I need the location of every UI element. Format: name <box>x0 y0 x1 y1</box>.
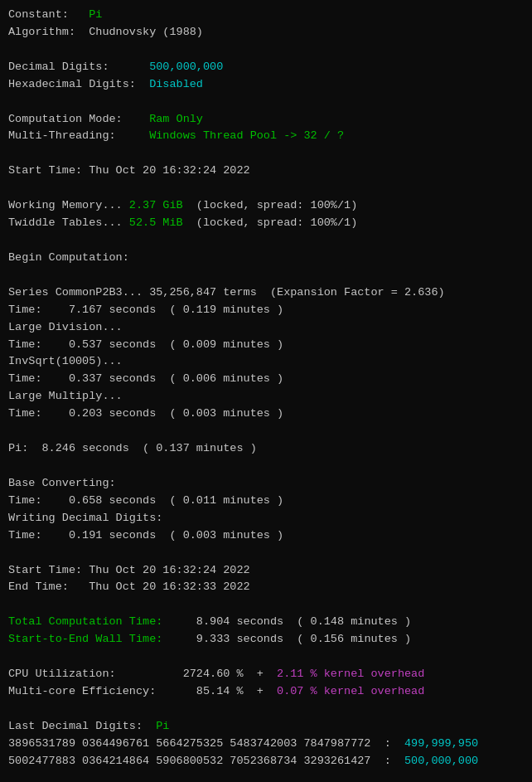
terminal-line: Computation Mode: Ram Only <box>8 111 524 129</box>
terminal-line <box>8 648 524 666</box>
terminal-text: Algorithm: Chudnovsky (1988) <box>8 26 203 38</box>
terminal-text: Large Multiply... <box>8 390 123 402</box>
terminal-line: 5002477883 0364214864 5906800532 7052368… <box>8 753 524 770</box>
terminal-line: Large Division... <box>8 319 524 337</box>
terminal-line <box>8 145 524 163</box>
terminal-text: 500,000,000 <box>404 755 478 767</box>
terminal-text: Base Converting: <box>8 477 116 489</box>
terminal-text: 2.37 GiB <box>129 199 183 211</box>
terminal-line <box>8 41 524 59</box>
terminal-text: 9.333 seconds ( 0.156 minutes ) <box>196 633 411 645</box>
terminal-line <box>8 545 524 562</box>
terminal-line: Decimal Digits: 500,000,000 <box>8 59 524 76</box>
terminal-line: InvSqrt(10005)... <box>8 353 524 371</box>
terminal-text: 3896531789 0364496761 5664275325 5483742… <box>8 737 404 750</box>
terminal-line <box>8 701 524 718</box>
terminal-line: Start-to-End Wall Time: 9.333 seconds ( … <box>8 631 524 648</box>
terminal-text: Start Time: Thu Oct 20 16:32:24 2022 <box>8 564 250 576</box>
terminal-text: CPU Utilization: 2724.60 % + <box>8 668 277 680</box>
terminal-text: Large Division... <box>8 321 123 333</box>
terminal-line: Time: 0.537 seconds ( 0.009 minutes ) <box>8 337 524 354</box>
terminal-text: (locked, spread: 100%/1) <box>183 199 358 211</box>
terminal-text: Decimal Digits: <box>8 61 149 73</box>
terminal-line: Multi-core Efficiency: 85.14 % + 0.07 % … <box>8 683 524 701</box>
terminal-text: 500,000,000 <box>149 61 223 73</box>
terminal-line: Start Time: Thu Oct 20 16:32:24 2022 <box>8 163 524 180</box>
terminal-line: Start Time: Thu Oct 20 16:32:24 2022 <box>8 562 524 580</box>
terminal-line: Constant: Pi <box>8 7 524 24</box>
terminal-text: Multi-core Efficiency: 85.14 % + <box>8 685 277 697</box>
terminal-line: CPU Utilization: 2724.60 % + 2.11 % kern… <box>8 666 524 683</box>
terminal-text: Twiddle Tables... <box>8 216 129 229</box>
terminal-line: Time: 0.337 seconds ( 0.006 minutes ) <box>8 371 524 388</box>
terminal-text: Writing Decimal Digits: <box>8 512 162 524</box>
terminal-text: Start Time: Thu Oct 20 16:32:24 2022 <box>8 164 250 177</box>
terminal-text: Disabled <box>149 78 203 90</box>
terminal-line: Base Converting: <box>8 475 524 493</box>
terminal-line <box>8 267 524 284</box>
terminal-line <box>8 596 524 614</box>
terminal-text: Time: 0.537 seconds ( 0.009 minutes ) <box>8 338 283 351</box>
terminal-line: Time: 0.203 seconds ( 0.003 minutes ) <box>8 406 524 423</box>
terminal-text: Constant: <box>8 8 89 21</box>
terminal-line: End Time: Thu Oct 20 16:32:33 2022 <box>8 579 524 596</box>
terminal-line: Algorithm: Chudnovsky (1988) <box>8 24 524 41</box>
terminal-text: Windows Thread Pool -> 32 / ? <box>149 129 344 142</box>
terminal-text: 0.07 % kernel overhead <box>277 685 424 697</box>
terminal-text: 52.5 MiB <box>129 216 183 229</box>
terminal-text: Time: 0.191 seconds ( 0.003 minutes ) <box>8 529 283 542</box>
terminal-line: Working Memory... 2.37 GiB (locked, spre… <box>8 197 524 215</box>
terminal-text: (locked, spread: 100%/1) <box>183 216 358 229</box>
terminal-text: 2.11 % kernel overhead <box>277 668 424 680</box>
terminal-line <box>8 94 524 111</box>
terminal-text: Time: 7.167 seconds ( 0.119 minutes ) <box>8 304 283 316</box>
terminal-line: Time: 7.167 seconds ( 0.119 minutes ) <box>8 302 524 319</box>
terminal-line <box>8 458 524 475</box>
terminal-line: Time: 0.191 seconds ( 0.003 minutes ) <box>8 527 524 545</box>
terminal-text: Ram Only <box>149 113 203 125</box>
terminal-text: Begin Computation: <box>8 251 129 264</box>
terminal-text: Computation Mode: <box>8 113 149 125</box>
terminal-line: Writing Decimal Digits: <box>8 510 524 527</box>
terminal-line: Multi-Threading: Windows Thread Pool -> … <box>8 128 524 145</box>
terminal-text: Time: 0.203 seconds ( 0.003 minutes ) <box>8 407 283 420</box>
terminal-text: Multi-Threading: <box>8 129 149 142</box>
terminal-line: Pi: 8.246 seconds ( 0.137 minutes ) <box>8 440 524 458</box>
terminal-text: Time: 0.658 seconds ( 0.011 minutes ) <box>8 494 283 507</box>
terminal-line: Hexadecimal Digits: Disabled <box>8 76 524 94</box>
terminal-text: 5002477883 0364214864 5906800532 7052368… <box>8 755 404 767</box>
terminal-line: Total Computation Time: 8.904 seconds ( … <box>8 614 524 631</box>
terminal-text: Last Decimal Digits: <box>8 720 156 732</box>
terminal-text: Pi <box>156 720 169 732</box>
terminal-line: 3896531789 0364496761 5664275325 5483742… <box>8 736 524 753</box>
terminal-line: Begin Computation: <box>8 250 524 267</box>
terminal-line: Twiddle Tables... 52.5 MiB (locked, spre… <box>8 215 524 232</box>
terminal-text: Total Computation Time: <box>8 615 196 628</box>
terminal-text: InvSqrt(10005)... <box>8 355 123 367</box>
terminal-text: 499,999,950 <box>404 737 478 750</box>
terminal-line <box>8 180 524 197</box>
terminal-text: Hexadecimal Digits: <box>8 78 149 90</box>
terminal-text: Start-to-End Wall Time: <box>8 633 196 645</box>
terminal-text: 8.904 seconds ( 0.148 minutes ) <box>196 615 411 628</box>
terminal-text: Working Memory... <box>8 199 129 211</box>
terminal-text: Pi <box>89 8 102 21</box>
terminal-line <box>8 770 524 782</box>
terminal-output: Constant: PiAlgorithm: Chudnovsky (1988)… <box>8 7 524 782</box>
terminal-line <box>8 232 524 250</box>
terminal-line: Last Decimal Digits: Pi <box>8 718 524 736</box>
terminal-text: End Time: Thu Oct 20 16:32:33 2022 <box>8 580 250 593</box>
terminal-text: Pi: 8.246 seconds ( 0.137 minutes ) <box>8 442 257 454</box>
terminal-text: Time: 0.337 seconds ( 0.006 minutes ) <box>8 372 283 385</box>
terminal-line: Large Multiply... <box>8 388 524 406</box>
terminal-line: Series CommonP2B3... 35,256,847 terms (E… <box>8 284 524 302</box>
terminal-text: Series CommonP2B3... 35,256,847 terms (E… <box>8 286 445 299</box>
terminal-line: Time: 0.658 seconds ( 0.011 minutes ) <box>8 493 524 510</box>
terminal-line <box>8 423 524 440</box>
